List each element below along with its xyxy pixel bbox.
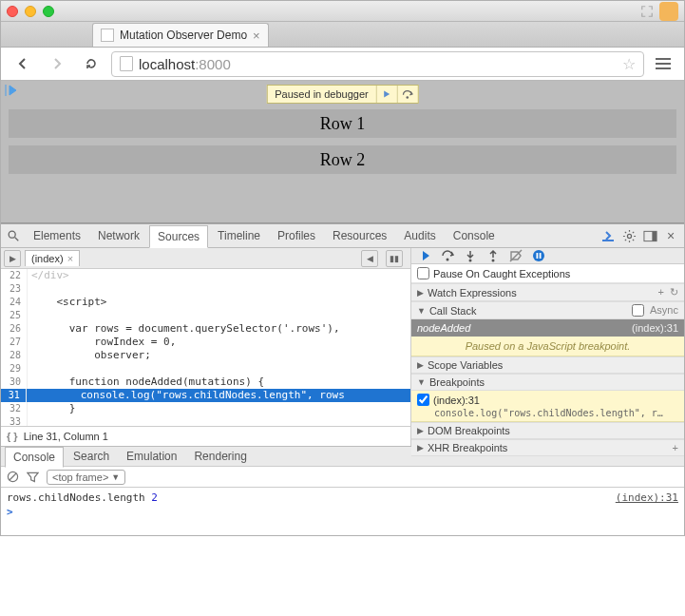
- call-stack-header[interactable]: ▼ Call Stack Async: [411, 301, 684, 319]
- paused-overlay-text: Paused in debugger: [267, 88, 375, 100]
- panel-tab-profiles[interactable]: Profiles: [270, 225, 323, 246]
- navigator-toggle-icon[interactable]: ▶: [4, 250, 21, 267]
- call-stack-frame[interactable]: nodeAdded (index):31: [411, 319, 684, 337]
- svg-point-2: [627, 234, 631, 238]
- address-bar[interactable]: localhost:8000 ☆: [111, 51, 644, 77]
- code-line[interactable]: 26 var rows = document.querySelector('.r…: [1, 322, 410, 336]
- pause-exceptions-button[interactable]: [531, 248, 546, 263]
- minimize-window-button[interactable]: [25, 6, 36, 17]
- deactivate-breakpoints-button[interactable]: [508, 248, 523, 263]
- code-line[interactable]: 33: [1, 415, 410, 426]
- step-into-button[interactable]: [463, 248, 478, 263]
- code-line[interactable]: 23: [1, 282, 410, 296]
- resume-button[interactable]: [417, 248, 432, 263]
- close-window-button[interactable]: [7, 6, 18, 17]
- resume-icon[interactable]: [3, 83, 18, 98]
- page-favicon-icon: [101, 29, 114, 42]
- pause-on-caught-label: Pause On Caught Exceptions: [433, 268, 570, 279]
- panel-tab-elements[interactable]: Elements: [26, 225, 88, 246]
- file-tab-label: (index): [31, 253, 64, 264]
- code-line[interactable]: 22</div>: [1, 269, 410, 282]
- async-checkbox[interactable]: [632, 304, 644, 317]
- frame-location: (index):31: [632, 322, 678, 334]
- watch-expressions-header[interactable]: ▶ Watch Expressions +↻: [411, 283, 684, 301]
- pause-on-caught-row[interactable]: Pause On Caught Exceptions: [411, 264, 684, 283]
- zoom-window-button[interactable]: [43, 6, 54, 17]
- drawer-tab-rendering[interactable]: Rendering: [186, 447, 254, 466]
- browser-toolbar: localhost:8000 ☆: [1, 48, 684, 81]
- panel-tab-sources[interactable]: Sources: [149, 225, 208, 248]
- code-line[interactable]: 27 rowIndex = 0,: [1, 336, 410, 349]
- add-xhr-breakpoint-icon[interactable]: +: [673, 442, 678, 453]
- context-selector[interactable]: <top frame> ▼: [47, 470, 125, 485]
- drawer-tab-search[interactable]: Search: [66, 447, 117, 466]
- pretty-print-icon[interactable]: { }: [7, 431, 18, 442]
- panel-tab-console[interactable]: Console: [446, 225, 503, 246]
- sidebar-toggle-icon[interactable]: ▮▮: [386, 250, 403, 267]
- console-source-link[interactable]: (index):31: [616, 491, 678, 504]
- debugger-toolbar: [411, 248, 684, 264]
- xhr-breakpoints-header[interactable]: ▶ XHR Breakpoints +: [411, 439, 684, 456]
- code-line[interactable]: 24 <script>: [1, 296, 410, 309]
- pause-on-caught-checkbox[interactable]: [417, 267, 429, 279]
- settings-gear-icon[interactable]: [621, 228, 637, 243]
- panel-tab-resources[interactable]: Resources: [325, 225, 394, 246]
- console-output[interactable]: rows.childNodes.length 2 (index):31 >: [1, 488, 684, 535]
- svg-point-5: [447, 259, 449, 261]
- forward-button[interactable]: [43, 50, 71, 77]
- clear-console-icon[interactable]: [7, 471, 19, 483]
- panel-tab-audits[interactable]: Audits: [396, 225, 443, 246]
- panel-tab-network[interactable]: Network: [90, 225, 147, 246]
- file-tab[interactable]: (index) ×: [25, 250, 80, 266]
- site-info-icon[interactable]: [120, 56, 133, 71]
- show-drawer-icon[interactable]: [600, 228, 616, 243]
- bookmark-star-icon[interactable]: ☆: [622, 55, 636, 73]
- browser-tab[interactable]: Mutation Observer Demo ×: [92, 23, 269, 47]
- page-row: Row 1: [9, 109, 676, 138]
- console-prompt[interactable]: >: [7, 506, 678, 518]
- reload-button[interactable]: [77, 50, 105, 77]
- code-line[interactable]: 30 function nodeAdded(mutations) {: [1, 375, 410, 389]
- tab-close-icon[interactable]: ×: [253, 29, 260, 43]
- inspect-icon[interactable]: [7, 229, 20, 242]
- drawer-tab-emulation[interactable]: Emulation: [119, 447, 184, 466]
- dock-side-icon[interactable]: [642, 228, 657, 243]
- overlay-step-button[interactable]: [397, 86, 418, 103]
- expand-icon[interactable]: [640, 5, 654, 18]
- overlay-resume-button[interactable]: [376, 86, 397, 103]
- panel-tab-timeline[interactable]: Timeline: [210, 225, 268, 246]
- devtools-panel-tabs: Elements Network Sources Timeline Profil…: [1, 224, 684, 248]
- svg-point-8: [533, 250, 544, 261]
- svg-rect-4: [652, 231, 656, 241]
- history-back-icon[interactable]: ◀: [361, 250, 378, 267]
- devtools-close-icon[interactable]: ×: [663, 228, 678, 243]
- breakpoints-header[interactable]: ▼ Breakpoints: [411, 374, 684, 391]
- chevron-down-icon: ▼: [111, 472, 120, 482]
- dom-breakpoints-header[interactable]: ▶ DOM Breakpoints: [411, 422, 684, 439]
- window-titlebar: [1, 1, 684, 22]
- file-tabbar: ▶ (index) × ◀ ▮▮: [1, 248, 410, 269]
- filter-icon[interactable]: [27, 472, 39, 483]
- code-line[interactable]: 32 }: [1, 402, 410, 415]
- back-button[interactable]: [9, 50, 37, 77]
- scope-variables-header[interactable]: ▶ Scope Variables: [411, 356, 684, 374]
- step-out-button[interactable]: [485, 248, 501, 263]
- chrome-menu-button[interactable]: [650, 50, 676, 77]
- breakpoint-item[interactable]: (index):31 console.log("rows.childNodes.…: [411, 391, 684, 422]
- add-watch-icon[interactable]: +: [658, 286, 664, 298]
- code-line[interactable]: 28 observer;: [1, 349, 410, 362]
- refresh-watch-icon[interactable]: ↻: [670, 286, 678, 298]
- drawer-tab-console[interactable]: Console: [5, 447, 64, 468]
- profile-avatar-icon[interactable]: [659, 2, 678, 21]
- source-editor[interactable]: 22</div>2324 <script>2526 var rows = doc…: [1, 269, 410, 426]
- collapse-icon: ▶: [417, 426, 424, 435]
- breakpoint-checkbox[interactable]: [417, 394, 429, 406]
- traffic-lights: [7, 6, 54, 17]
- code-line[interactable]: 25: [1, 309, 410, 322]
- code-line[interactable]: 29: [1, 362, 410, 375]
- step-over-button[interactable]: [440, 248, 455, 263]
- url-text: localhost:8000: [139, 56, 231, 72]
- file-tab-close-icon[interactable]: ×: [67, 253, 73, 264]
- code-line[interactable]: 31 console.log("rows.childNodes.length",…: [1, 389, 410, 402]
- collapse-icon: ▶: [417, 443, 424, 452]
